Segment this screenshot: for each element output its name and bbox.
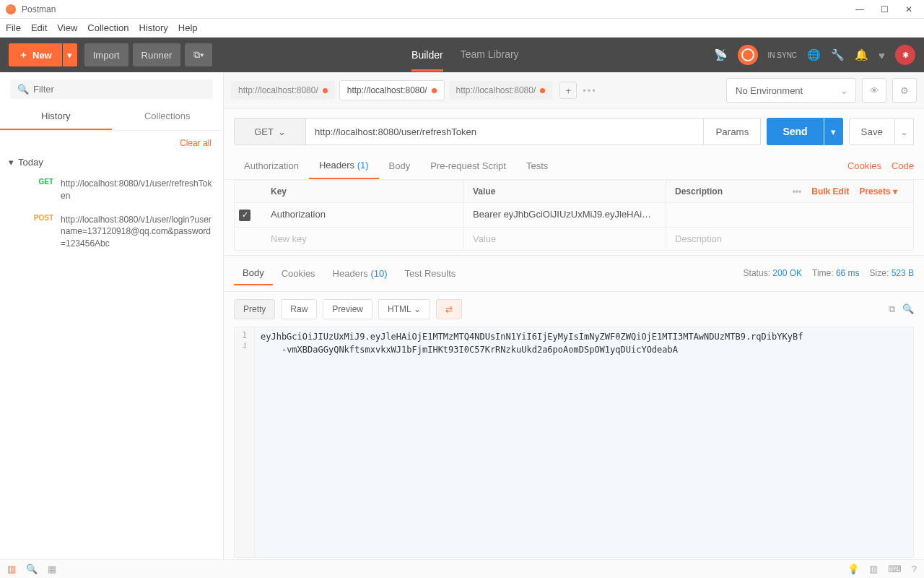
menu-view[interactable]: View [57,22,77,33]
header-value[interactable]: Bearer eyJhbGciOiJIUzUxMiJ9.eyJleHAiOjE1… [464,203,666,227]
method-select[interactable]: GET⌄ [234,118,306,145]
environment-select[interactable]: No Environment [726,78,856,103]
lightbulb-icon[interactable]: 💡 [847,564,859,574]
menu-edit[interactable]: Edit [31,22,47,33]
import-button[interactable]: Import [84,43,128,66]
tabs-more-button[interactable]: ••• [583,85,597,96]
code-link[interactable]: Code [892,160,914,171]
menu-history[interactable]: History [139,22,167,33]
subtab-tests[interactable]: Tests [516,153,558,178]
avatar[interactable]: ✱ [895,45,915,65]
window-title: Postman [22,4,855,14]
history-method: POST [29,214,53,250]
bulk-edit-link[interactable]: Bulk Edit [811,186,849,197]
menu-collection[interactable]: Collection [87,22,128,33]
header-row[interactable]: ✓ Authorization Bearer eyJhbGciOiJIUzUxM… [235,202,913,227]
unsaved-dot-icon [432,88,437,93]
chevron-down-icon: ▾ [9,157,14,168]
resp-tab-cookies[interactable]: Cookies [273,262,324,285]
history-item[interactable]: GET http://localhost:8080/v1/user/refres… [0,172,223,208]
subtab-authorization[interactable]: Authorization [234,153,309,178]
sidebar-toggle-icon[interactable]: ▥ [7,564,16,574]
menu-help[interactable]: Help [178,22,198,33]
time-value: 66 ms [836,268,860,278]
clear-all-link[interactable]: Clear all [0,131,223,152]
header-col-value: Value [464,181,666,202]
postman-logo [6,4,16,14]
history-method: GET [29,178,53,202]
heart-icon[interactable]: ♥ [879,49,885,61]
request-tab[interactable]: http://localhost:8080/ [339,80,445,100]
minimize-button[interactable]: — [855,4,865,14]
history-group-today[interactable]: ▾Today [0,152,223,172]
subtab-body[interactable]: Body [379,153,421,178]
history-url: http://localhost:8080/v1/user/login?user… [61,214,214,250]
globe-icon[interactable]: 🌐 [807,48,821,61]
cookies-link[interactable]: Cookies [847,160,881,171]
copy-icon[interactable]: ⧉ [889,303,895,315]
subtab-headers[interactable]: Headers (1) [309,152,379,179]
menu-file[interactable]: File [6,22,21,33]
sidebar-tab-collections[interactable]: Collections [112,103,224,130]
presets-link[interactable]: Presets ▾ [859,186,897,197]
unsaved-dot-icon [540,88,545,93]
environment-preview-button[interactable]: 👁 [862,78,886,103]
view-raw[interactable]: Raw [281,299,317,319]
sync-icon[interactable] [738,45,758,65]
capture-icon[interactable]: 📡 [714,48,728,61]
send-button[interactable]: Send [767,118,823,145]
tab-team-library[interactable]: Team Library [461,48,519,61]
sync-status: IN SYNC [768,51,798,59]
view-pretty[interactable]: Pretty [234,299,275,319]
response-body[interactable]: eyJhbGciOiJIUzUxMiJ9.eyJleHAiOjE1MTMzMTQ… [255,327,913,557]
gear-icon: ✱ [902,51,909,60]
wrap-toggle[interactable]: ⇄ [436,299,462,319]
header-description[interactable] [666,203,913,227]
new-button[interactable]: ＋New [9,43,62,66]
add-tab-button[interactable]: + [559,82,577,99]
find-icon[interactable]: 🔍 [26,564,38,574]
environment-settings-button[interactable]: ⚙ [892,78,917,103]
resp-tab-headers[interactable]: Headers (10) [324,262,396,285]
headers-more-button[interactable]: ••• [793,186,802,197]
plus-icon: ＋ [19,48,28,61]
two-pane-icon[interactable]: ▥ [869,564,878,574]
view-preview[interactable]: Preview [323,299,372,319]
unsaved-dot-icon [323,88,328,93]
resp-tab-tests[interactable]: Test Results [396,262,465,285]
bell-icon[interactable]: 🔔 [855,48,868,61]
save-dropdown[interactable]: ⌄ [895,118,914,145]
request-tab[interactable]: http://localhost:8080/ [231,81,335,100]
header-key[interactable]: Authorization [262,203,464,227]
resp-tab-body[interactable]: Body [234,262,273,285]
save-button[interactable]: Save [849,118,895,145]
menubar: File Edit View Collection History Help [0,19,924,38]
subtab-prerequest[interactable]: Pre-request Script [420,153,516,178]
tab-builder[interactable]: Builder [411,49,443,72]
keyboard-icon[interactable]: ⌨ [888,564,902,574]
request-tab[interactable]: http://localhost:8080/ [449,81,553,100]
wrench-icon[interactable]: 🔧 [831,48,845,61]
history-item[interactable]: POST http://localhost:8080/v1/user/login… [0,208,223,256]
console-icon[interactable]: ▦ [48,564,56,574]
params-button[interactable]: Params [704,118,761,145]
send-dropdown[interactable]: ▾ [824,118,843,145]
runner-button[interactable]: Runner [133,43,181,66]
new-window-button[interactable]: ⧉▾ [185,43,212,66]
sidebar-tab-history[interactable]: History [0,103,112,130]
header-row-new[interactable]: New key Value Description [235,227,913,250]
filter-input[interactable] [33,84,206,95]
format-select[interactable]: HTML ⌄ [378,299,430,319]
filter-box[interactable]: 🔍 [10,79,213,99]
url-input[interactable] [306,118,704,145]
search-icon: 🔍 [17,84,29,95]
line-number: 1 [235,330,254,340]
header-col-description: Description [675,186,723,197]
checkbox-icon[interactable]: ✓ [239,210,250,221]
close-button[interactable]: ✕ [904,4,914,14]
chevron-down-icon: ⌄ [278,126,286,137]
maximize-button[interactable]: ☐ [879,4,889,14]
search-response-icon[interactable]: 🔍 [902,303,914,315]
new-dropdown[interactable]: ▾ [63,43,77,66]
help-icon[interactable]: ? [912,564,917,574]
